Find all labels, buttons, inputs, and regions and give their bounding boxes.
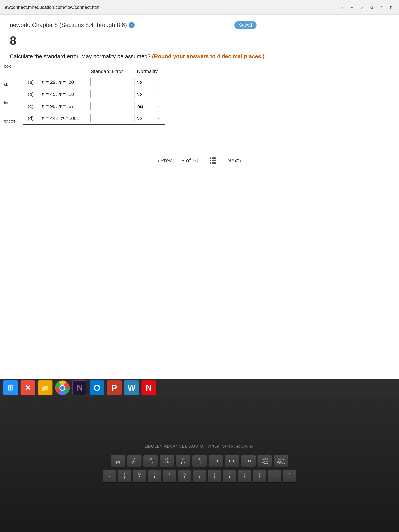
- taskbar-notepad-icon[interactable]: N: [72, 380, 87, 395]
- key-5[interactable]: % 5: [178, 469, 191, 482]
- info-icon[interactable]: i: [129, 22, 135, 28]
- key-f3[interactable]: ♪ F3: [111, 455, 125, 467]
- taskbar-chrome-icon[interactable]: [55, 380, 70, 395]
- row-a-std-error-input[interactable]: [90, 78, 123, 86]
- key-6[interactable]: ^ 6: [193, 469, 206, 482]
- sidebar: ook sk int ences: [2, 62, 18, 126]
- sidebar-item-int[interactable]: int: [2, 99, 18, 107]
- row-d-normality-cell: No Yes: [129, 112, 165, 125]
- row-d-label: (d): [23, 112, 37, 125]
- prev-label: Prev: [160, 157, 172, 164]
- key-7[interactable]: & 7: [208, 469, 221, 482]
- saved-badge: Saved: [234, 21, 256, 29]
- page-header: nework: Chapter 8 (Sections 8.4 through …: [10, 21, 389, 29]
- key-f6[interactable]: □■ F6: [159, 455, 174, 467]
- row-c-params: n = 90, π = .57: [37, 100, 84, 112]
- key-minus[interactable]: _ -: [268, 469, 281, 482]
- row-d-normality-select[interactable]: No Yes: [134, 114, 160, 122]
- taskbar-folder-icon[interactable]: 📁: [38, 380, 52, 395]
- row-a-std-error-cell: [84, 76, 129, 88]
- table-row: (d) n = 442, π = .001 No Yes: [23, 112, 165, 125]
- navigation: ‹ Prev 8 of 10 Next ›: [10, 157, 389, 164]
- row-c-normality-select[interactable]: No Yes: [134, 102, 160, 110]
- key-f7[interactable]: ↙ F7: [176, 455, 190, 467]
- question-instruction: (Round your answers to 4 decimal places.…: [152, 53, 265, 59]
- f-key-row: ♪ F3 Z F4 □■ F5 □■ F6 ↙ F7 ⊕ F8 F9 F10: [111, 455, 288, 467]
- key-f12[interactable]: ScrLk F12: [257, 455, 272, 467]
- key-9[interactable]: ( 9: [238, 469, 251, 482]
- col-standard-error: Standard Error: [84, 67, 129, 76]
- svg-point-2: [60, 386, 64, 390]
- question-text: Calculate the standard error. May normal…: [10, 52, 389, 60]
- row-d-std-error-cell: [84, 112, 129, 125]
- row-c-label: (c): [23, 100, 37, 112]
- taskbar-powerpoint-icon[interactable]: P: [107, 380, 122, 395]
- next-label: Next: [227, 157, 239, 164]
- key-1[interactable]: ! 1: [118, 469, 131, 482]
- col-empty-2: [37, 67, 84, 76]
- col-empty-1: [23, 67, 37, 76]
- prev-button[interactable]: ‹ Prev: [158, 157, 172, 164]
- grid-view-icon[interactable]: [210, 158, 216, 164]
- problem-number: 8: [10, 34, 389, 47]
- chevron-right-icon: ›: [240, 157, 241, 164]
- key-f4[interactable]: Z F4: [127, 455, 142, 467]
- main-content: ook sk int ences nework: Chapter 8 (Sect…: [0, 15, 399, 406]
- next-button[interactable]: Next ›: [227, 157, 241, 164]
- row-b-params: n = 45, π = .18: [37, 88, 84, 100]
- row-a-label: (a): [23, 76, 37, 88]
- col-normality: Normality: [129, 67, 165, 76]
- page-info: 8 of 10: [181, 157, 198, 164]
- key-0[interactable]: ) 0: [253, 469, 266, 482]
- circle-icon: ●: [348, 4, 355, 11]
- taskbar-netflix-icon[interactable]: N: [141, 380, 156, 395]
- browser-icons: ☆ ● 🛡 ⧉ ↺ ⬆: [339, 4, 394, 11]
- row-b-std-error-cell: [84, 88, 129, 100]
- star-icon[interactable]: ☆: [339, 4, 345, 11]
- key-f5[interactable]: □■ F5: [143, 455, 158, 467]
- key-f9[interactable]: F9: [209, 455, 223, 467]
- key-4[interactable]: $ 4: [163, 469, 176, 482]
- sidebar-item-ences[interactable]: ences: [2, 117, 18, 125]
- address-bar[interactable]: ewconnect.mheducation.com/flow/connect.h…: [5, 5, 339, 10]
- browser-chrome: ewconnect.mheducation.com/flow/connect.h…: [0, 0, 399, 15]
- refresh-icon[interactable]: ↺: [378, 4, 384, 11]
- taskbar: ⊞ ✕ 📁 N O P W N: [0, 379, 399, 397]
- taskbar-close-icon[interactable]: ✕: [20, 380, 35, 395]
- chevron-left-icon: ‹: [158, 157, 159, 164]
- table-row: (a) n = 29, π = .20 No Yes: [23, 76, 165, 88]
- upload-icon[interactable]: ⬆: [388, 4, 394, 11]
- key-prtsc[interactable]: SysRq PrtSc: [274, 455, 288, 467]
- key-backtick[interactable]: ~ `: [103, 469, 116, 482]
- key-f11[interactable]: F11: [241, 455, 256, 467]
- row-d-params: n = 442, π = .001: [37, 112, 84, 125]
- row-a-normality-cell: No Yes: [129, 76, 165, 88]
- row-d-std-error-input[interactable]: [90, 114, 123, 122]
- page-title: nework: Chapter 8 (Sections 8.4 through …: [10, 22, 127, 29]
- row-b-std-error-input[interactable]: [90, 90, 123, 98]
- key-8[interactable]: * 8: [223, 469, 236, 482]
- sidebar-item-sk[interactable]: sk: [2, 80, 18, 89]
- key-3[interactable]: # 3: [148, 469, 161, 482]
- row-c-normality-cell: No Yes: [129, 100, 165, 112]
- table-row: (c) n = 90, π = .57 No Yes: [23, 100, 165, 112]
- row-a-params: n = 29, π = .20: [37, 76, 84, 88]
- sidebar-item-book[interactable]: ook: [2, 62, 18, 70]
- row-b-normality-select[interactable]: No Yes: [134, 90, 160, 98]
- key-equals[interactable]: + =: [283, 469, 296, 482]
- row-a-normality-select[interactable]: No Yes: [134, 78, 160, 86]
- key-f10[interactable]: F10: [225, 455, 240, 467]
- number-row: ~ ` ! 1 @ 2 # 3 $ 4 % 5 ^ 6 & 7: [103, 469, 296, 482]
- key-2[interactable]: @ 2: [133, 469, 146, 482]
- key-f8[interactable]: ⊕ F8: [192, 455, 207, 467]
- question-main: Calculate the standard error. May normal…: [10, 53, 151, 59]
- row-b-normality-cell: No Yes: [129, 88, 165, 100]
- taskbar-windows-icon[interactable]: ⊞: [3, 380, 18, 395]
- shield-icon: 🛡: [358, 4, 365, 11]
- row-c-std-error-cell: [84, 100, 129, 112]
- taskbar-word-icon[interactable]: W: [124, 380, 139, 395]
- keyboard-area: □DOLBY ADVANCED AUDIO | Virtual Surround…: [0, 397, 399, 532]
- row-c-std-error-input[interactable]: [90, 102, 123, 110]
- copy-icon[interactable]: ⧉: [368, 4, 374, 11]
- taskbar-outlook-icon[interactable]: O: [90, 380, 104, 395]
